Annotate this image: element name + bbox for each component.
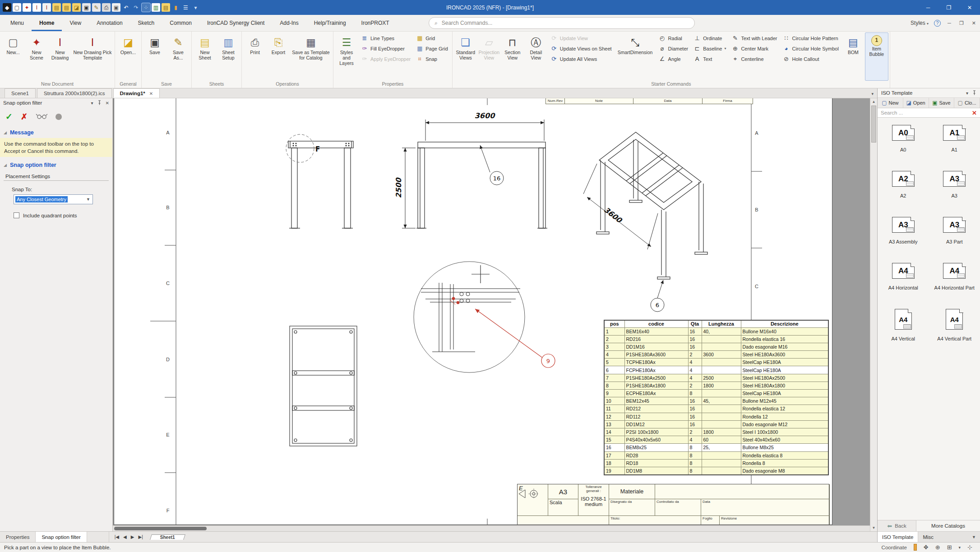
menu-tab-sketch[interactable]: Sketch — [130, 15, 162, 31]
tab-properties[interactable]: Properties — [0, 532, 36, 542]
vertical-scrollbar[interactable]: ▲ ▼ — [870, 98, 877, 531]
menu-tab-view[interactable]: View — [62, 15, 89, 31]
doc-close-button[interactable]: ✕ — [971, 20, 977, 26]
menu-tab-ironcad-synergy-client[interactable]: IronCAD Synergy Client — [199, 15, 272, 31]
record-icon[interactable] — [55, 114, 62, 120]
ribbon-item-bubble-button[interactable]: 1Item Bubble — [865, 32, 888, 81]
open-catalog-icon[interactable]: ▤ — [62, 3, 71, 12]
zoom-select-icon[interactable]: ⊹ — [967, 544, 972, 551]
first-sheet-icon[interactable]: |◀ — [115, 534, 119, 539]
ribbon-smartdimension-button[interactable]: ⤡SmartDimension — [615, 32, 656, 81]
qat-overflow-icon[interactable]: ▾ — [191, 3, 200, 12]
sheet-tab-sheet1[interactable]: Sheet1 — [150, 534, 185, 540]
tab-list-dropdown-icon[interactable]: ▾ — [868, 92, 877, 98]
ribbon-update-all-views-button[interactable]: ⟳Update All Views — [549, 55, 613, 63]
ironcad-logo-icon[interactable]: ◆ — [3, 3, 11, 12]
ribbon-circular-hole-pattern-button[interactable]: ∷Circular Hole Pattern — [781, 34, 840, 42]
last-sheet-icon[interactable]: ▶| — [138, 534, 143, 539]
ribbon-new-drawing-button[interactable]: INew Drawing — [48, 32, 72, 81]
panel-dropdown-icon[interactable]: ▾ — [91, 101, 93, 106]
template-a3-assembly[interactable]: A3A3 Assembly — [878, 217, 929, 263]
horizontal-scrollbar[interactable] — [113, 525, 870, 531]
list-view-icon[interactable]: ☰ — [181, 3, 190, 12]
template-a0[interactable]: A0A0 — [878, 125, 929, 171]
ribbon-update-views-on-sheet-button[interactable]: ⟳Update Views on Sheet — [549, 45, 613, 52]
template-a1[interactable]: A1A1 — [929, 125, 980, 171]
preview-glasses-icon[interactable] — [36, 113, 47, 120]
doc-tab-struttura-2000x1800-2-ics[interactable]: Struttura 2000x1800(2).ics — [37, 88, 112, 98]
catalog-search-box[interactable]: Search ... ✕ — [878, 108, 980, 118]
menu-tab-menu[interactable]: Menu — [3, 15, 32, 31]
ribbon-standard-views-button[interactable]: ❏Standard Views — [454, 32, 477, 81]
send-to-catalog-icon[interactable]: ▤ — [162, 3, 170, 12]
undo-icon[interactable]: ↶ — [122, 3, 130, 12]
ribbon-new-scene-button[interactable]: ✦New Scene — [25, 32, 48, 81]
panel-close-icon[interactable]: ✕ — [106, 101, 109, 106]
doc-restore-button[interactable]: ❐ — [958, 20, 965, 26]
catalog-dropdown-icon[interactable]: ▾ — [966, 91, 968, 96]
zoom-in-icon[interactable]: ⊕ — [935, 544, 940, 551]
paste-icon[interactable]: ▥ — [152, 3, 160, 12]
open-catalog-button[interactable]: ◪Open — [903, 98, 929, 108]
save-as-icon[interactable]: ✎ — [92, 3, 101, 12]
ribbon-ordinate-button[interactable]: ⊥Ordinate — [692, 34, 727, 42]
catalog-tab-misc[interactable]: Misc — [918, 532, 938, 542]
new-scene-icon[interactable]: ✦ — [23, 3, 31, 12]
ribbon-new-button[interactable]: ▢New... — [1, 32, 25, 81]
ruler-icon[interactable] — [914, 544, 917, 551]
next-sheet-icon[interactable]: ▶ — [131, 534, 134, 539]
snap-section-header[interactable]: ◢ Snap option filter — [0, 159, 112, 170]
ribbon-grid-button[interactable]: ▦Grid — [415, 34, 449, 42]
message-section-header[interactable]: ◢ Message — [0, 126, 112, 137]
doc-tab-drawing1[interactable]: Drawing1*✕ — [113, 88, 160, 98]
search-commands-box[interactable]: ⌕ Search Commands... — [429, 17, 695, 29]
pan-icon[interactable]: ✥ — [924, 544, 929, 551]
redo-icon[interactable]: ↷ — [132, 3, 140, 12]
ribbon-baseline-button[interactable]: ⊏Baseline▾ — [692, 45, 727, 52]
save-copy-icon[interactable]: ▣ — [112, 3, 120, 12]
new-catalog-button[interactable]: ▢New — [878, 98, 903, 108]
template-a3[interactable]: A3A3 — [929, 171, 980, 217]
ribbon-detail-view-button[interactable]: ⒶDetail View — [524, 32, 548, 81]
ribbon-styles-and-layers-button[interactable]: ☰Styles and Layers — [335, 32, 358, 81]
new-document-icon[interactable]: ▢ — [13, 3, 21, 12]
save-icon[interactable]: ▣ — [82, 3, 91, 12]
ribbon-open-button[interactable]: ◪Open... — [116, 32, 140, 81]
chevron-down-icon[interactable]: ▼ — [972, 532, 980, 542]
ribbon-hole-callout-button[interactable]: ⊘Hole Callout — [781, 55, 840, 63]
new-drawing-template-icon[interactable]: I — [42, 3, 51, 12]
scrollbar-thumb[interactable] — [871, 106, 876, 143]
ribbon-bom-button[interactable]: ▤BOM — [841, 32, 865, 81]
template-a4-horizontal-part[interactable]: A4A4 Horizontal Part — [929, 263, 980, 309]
menu-tab-common[interactable]: Common — [162, 15, 199, 31]
ribbon-print-button[interactable]: ⎙Print — [243, 32, 267, 81]
pin-icon[interactable] — [97, 100, 102, 106]
close-tab-icon[interactable]: ✕ — [149, 91, 153, 96]
ribbon-new-sheet-button[interactable]: ▤New Sheet — [193, 32, 217, 81]
print-icon[interactable]: ⎙ — [102, 3, 111, 12]
ribbon-circular-hole-symbol-button[interactable]: ◕Circular Hole Symbol — [781, 45, 840, 52]
menu-tab-ironproxt[interactable]: IronPROXT — [354, 15, 397, 31]
prev-sheet-icon[interactable]: ◀ — [123, 534, 127, 539]
maximize-button[interactable]: ❐ — [938, 0, 959, 15]
zoom-options-chevron-icon[interactable]: ▾ — [959, 545, 961, 550]
clo-catalog-button[interactable]: ▢Clo... — [954, 98, 980, 108]
select-box-icon[interactable]: ⁘ — [142, 3, 150, 12]
new-drawing-icon[interactable]: I — [32, 3, 41, 12]
close-button[interactable]: ✕ — [959, 0, 980, 15]
template-a4-vertical-part[interactable]: A4A4 Vertical Part — [929, 309, 980, 355]
template-a3-part[interactable]: A3A3 Part — [929, 217, 980, 263]
ribbon-text-with-leader-button[interactable]: ✎Text with Leader — [730, 34, 778, 42]
template-a4-vertical[interactable]: A4A4 Vertical — [878, 309, 929, 355]
tab-snap-option-filter[interactable]: Snap option filter — [36, 532, 87, 542]
template-a4-horizontal[interactable]: A4A4 Horizontal — [878, 263, 929, 309]
menu-tab-home[interactable]: Home — [32, 15, 62, 31]
snap-to-dropdown[interactable]: Any Closest Geometry ▼ — [14, 194, 93, 204]
ribbon-centerline-button[interactable]: ⌖Centerline — [730, 55, 778, 63]
doc-minimize-button[interactable]: ─ — [946, 20, 952, 26]
ribbon-page-grid-button[interactable]: ▦Page Grid — [415, 45, 449, 52]
menu-tab-help-training[interactable]: Help/Training — [306, 15, 354, 31]
pin-icon[interactable] — [972, 90, 976, 96]
cancel-icon[interactable]: ✗ — [21, 112, 28, 122]
ribbon-text-button[interactable]: AText — [692, 55, 727, 63]
